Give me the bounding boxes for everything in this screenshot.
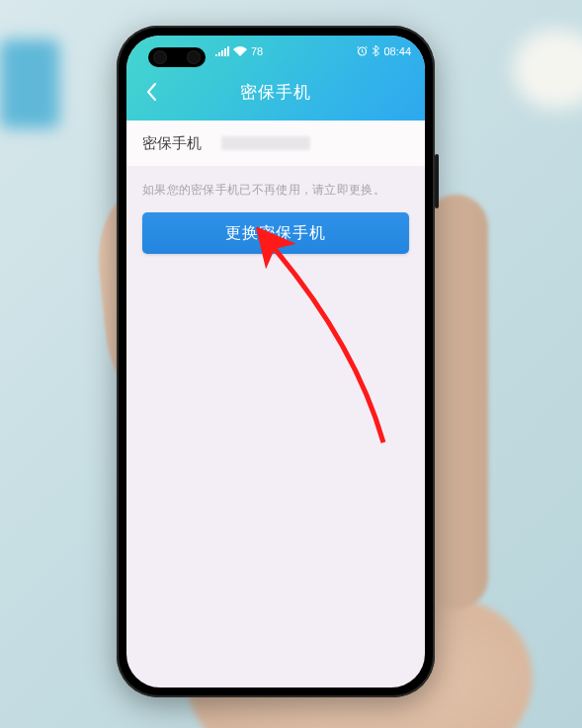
camera-punch-hole: [148, 47, 206, 67]
background-decor: [0, 40, 59, 128]
wifi-icon: [233, 46, 247, 56]
side-button: [435, 154, 439, 208]
battery-label: 78: [251, 45, 263, 57]
background-decor: [513, 30, 582, 109]
status-time: 08:44: [383, 45, 411, 57]
back-button[interactable]: [136, 77, 166, 107]
phone-screen: 78 08:44 密保手机 密保手机: [126, 36, 425, 688]
bluetooth-icon: [372, 45, 379, 58]
alarm-icon: [357, 45, 368, 58]
security-phone-label: 密保手机: [142, 134, 202, 153]
security-phone-row[interactable]: 密保手机: [126, 121, 425, 166]
security-phone-value-redacted: [221, 136, 310, 150]
phone-device: 78 08:44 密保手机 密保手机: [117, 26, 435, 697]
change-security-phone-button[interactable]: 更换密保手机: [142, 212, 409, 254]
page-title: 密保手机: [126, 81, 425, 104]
hint-text: 如果您的密保手机已不再使用，请立即更换。: [126, 166, 425, 212]
signal-icon: [215, 46, 229, 56]
nav-bar: 密保手机: [126, 63, 425, 121]
chevron-left-icon: [145, 82, 157, 102]
